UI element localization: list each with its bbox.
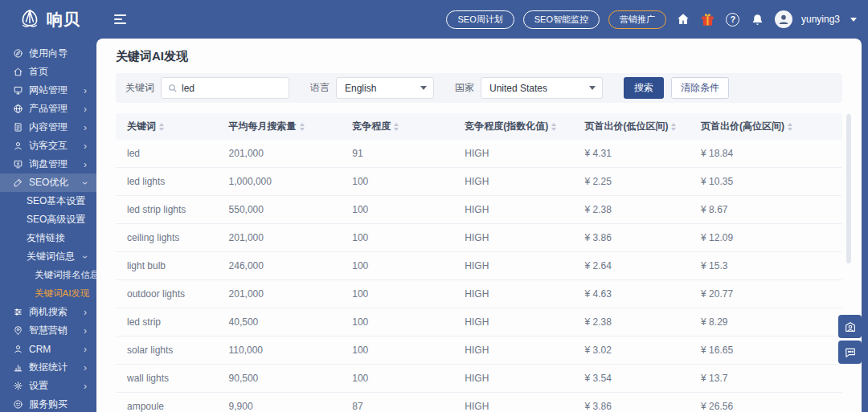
home-icon[interactable]: [675, 11, 691, 27]
sort-arrows-icon: [551, 123, 556, 131]
table-cell: ampoule: [116, 401, 218, 412]
content-icon: [13, 122, 23, 133]
table-cell: 100: [341, 373, 453, 384]
country-select[interactable]: United States: [481, 77, 603, 99]
right-edge-bar: [862, 0, 868, 412]
table-cell: HIGH: [453, 204, 573, 215]
table-cell: HIGH: [453, 148, 573, 159]
sidebar-item-keyword-info[interactable]: 关键词信息›: [0, 247, 96, 266]
column-header-0[interactable]: 关键词: [116, 120, 218, 133]
table-cell: ¥ 18.84: [690, 148, 842, 159]
sort-arrows-icon: [394, 123, 399, 131]
chevron-right-icon: ›: [84, 86, 87, 96]
sidebar-item-seo-optimize[interactable]: SEO优化›: [0, 173, 96, 192]
table-scrollbar[interactable]: [846, 114, 851, 263]
country-label: 国家: [455, 81, 474, 95]
sidebar-item-label: 关键词排名信息: [35, 269, 100, 281]
sort-arrows-icon: [300, 123, 305, 131]
marketing-promo-button[interactable]: 营销推广: [608, 10, 666, 29]
sidebar-item-content-mgmt[interactable]: 内容管理›: [0, 118, 96, 137]
sidebar-item-seo-advanced[interactable]: SEO高级设置: [0, 210, 96, 229]
column-header-label: 关键词: [127, 120, 156, 133]
user-avatar[interactable]: [775, 10, 792, 28]
sidebar-item-friend-links[interactable]: 友情链接: [0, 229, 96, 247]
table-cell: 100: [341, 176, 453, 187]
sidebar-item-data-stats[interactable]: 数据统计›: [0, 358, 96, 377]
sidebar-item-guide[interactable]: 使用向导: [0, 44, 96, 63]
table-cell: HIGH: [453, 232, 573, 243]
stats-icon: [13, 362, 23, 373]
table-cell: 100: [341, 260, 453, 271]
sidebar-collapse-icon[interactable]: [114, 14, 126, 24]
keyword-input-field[interactable]: [182, 83, 282, 94]
table-row: led strip lights550,000100HIGH¥ 2.38¥ 8.…: [116, 196, 842, 224]
sidebar-item-visitor-interact[interactable]: 访客交互›: [0, 137, 96, 155]
table-cell: HIGH: [453, 316, 573, 328]
gift-icon[interactable]: [700, 11, 716, 27]
table-row: led strip40,500100HIGH¥ 2.38¥ 8.29: [116, 308, 842, 337]
table-cell: light bulb: [116, 260, 218, 271]
sidebar-item-product-mgmt[interactable]: 产品管理›: [0, 100, 96, 118]
sidebar-item-website-mgmt[interactable]: 网站管理›: [0, 81, 96, 100]
chevron-right-icon: ›: [84, 345, 87, 354]
table-cell: 246,000: [218, 260, 342, 271]
sidebar-item-biz-search[interactable]: 商机搜索›: [0, 303, 96, 321]
table-row: led201,00091HIGH¥ 4.31¥ 18.84: [116, 140, 842, 168]
username[interactable]: yunying3: [801, 14, 840, 25]
column-header-4[interactable]: 页首出价(低位区间): [573, 120, 690, 133]
sidebar-item-crm[interactable]: CRM›: [0, 340, 96, 358]
seo-icon: [13, 177, 23, 188]
sidebar-item-label: 商机搜索: [29, 305, 68, 319]
sidebar-item-seo-basic[interactable]: SEO基本设置: [0, 192, 96, 210]
chat-dots-icon: [844, 346, 857, 359]
biz-search-icon: [13, 307, 23, 317]
column-header-3[interactable]: 竞争程度(指数化值): [453, 120, 573, 133]
sidebar-item-settings[interactable]: 设置›: [0, 377, 96, 395]
sidebar-item-smart-marketing[interactable]: 智慧营销›: [0, 321, 96, 340]
sidebar-item-service-buy[interactable]: 服务购买: [0, 395, 96, 412]
table-cell: 100: [341, 204, 453, 215]
table-cell: 1,000,000: [218, 176, 342, 187]
table-cell: HIGH: [453, 176, 573, 187]
column-header-label: 竞争程度(指数化值): [465, 120, 548, 133]
column-header-2[interactable]: 竞争程度: [341, 120, 453, 133]
clear-filters-button[interactable]: 清除条件: [671, 77, 729, 99]
table-row: light bulb246,000100HIGH¥ 2.64¥ 15.3: [116, 252, 842, 280]
table-cell: ¥ 20.77: [690, 288, 842, 300]
column-header-1[interactable]: 平均每月搜索量: [218, 120, 342, 133]
column-header-label: 平均每月搜索量: [229, 120, 297, 133]
help-icon[interactable]: ?: [725, 11, 741, 27]
chat-button[interactable]: [838, 341, 862, 364]
user-menu-caret-icon[interactable]: [850, 18, 857, 22]
table-row: ceiling lights201,000100HIGH¥ 3.86¥ 12.0…: [116, 224, 842, 252]
table-cell: 9,900: [218, 401, 342, 412]
sidebar-item-label: 网站管理: [29, 84, 68, 97]
seo-weekly-plan-button[interactable]: SEO周计划: [446, 10, 514, 29]
chevron-right-icon: ›: [84, 308, 87, 317]
service-icon: [13, 399, 23, 410]
table-cell: led lights: [116, 176, 218, 187]
bell-icon[interactable]: [750, 11, 766, 27]
sidebar-item-keyword-rank[interactable]: 关键词排名信息: [0, 266, 96, 284]
chevron-right-icon: ›: [84, 123, 87, 133]
sidebar-item-label: 智慧营销: [29, 324, 68, 337]
sidebar-item-label: 关键词信息: [27, 250, 75, 263]
search-button[interactable]: 搜索: [624, 77, 664, 99]
table-cell: 100: [341, 288, 453, 300]
sidebar-item-label: 首页: [29, 65, 48, 79]
column-header-label: 页首出价(高位区间): [701, 120, 784, 133]
column-header-5[interactable]: 页首出价(高位区间): [690, 120, 842, 133]
sidebar-item-label: 数据统计: [29, 361, 68, 374]
keyword-search-input[interactable]: [161, 77, 289, 99]
chevron-right-icon: ›: [84, 326, 87, 336]
settings-icon: [13, 381, 23, 391]
inquiry-icon: [13, 159, 23, 169]
language-select[interactable]: English: [336, 77, 434, 99]
customer-service-button[interactable]: [838, 315, 862, 338]
table-row: ampoule9,90087HIGH¥ 3.86¥ 26.56: [116, 393, 842, 412]
sidebar-item-keyword-ai[interactable]: 关键词AI发现: [0, 284, 96, 303]
sidebar-item-home[interactable]: 首页: [0, 63, 96, 81]
sidebar-item-inquiry-mgmt[interactable]: 询盘管理›: [0, 155, 96, 173]
seo-smart-monitor-button[interactable]: SEO智能监控: [523, 10, 600, 29]
chevron-right-icon: ›: [84, 160, 87, 169]
